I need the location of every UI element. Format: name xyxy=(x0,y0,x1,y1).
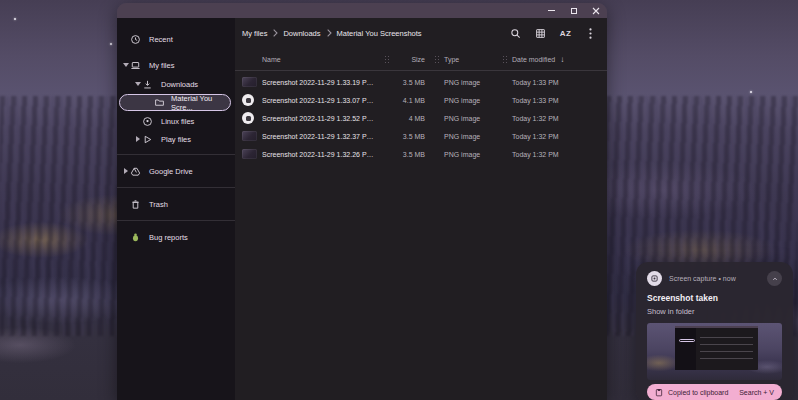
file-size: 4.1 MB xyxy=(385,97,435,104)
sidebar-item-label: Play files xyxy=(161,135,191,144)
trash-icon xyxy=(130,199,141,210)
star-dot xyxy=(14,18,16,20)
show-in-folder-link[interactable]: Show in folder xyxy=(647,307,782,316)
download-icon xyxy=(142,79,153,90)
sort-descending-arrow-icon: ↓ xyxy=(560,55,564,64)
search-icon[interactable] xyxy=(509,27,522,40)
file-size: 4 MB xyxy=(385,115,435,122)
table-row[interactable]: Screenshot 2022-11-29 1.32.37 PM.png 3.5… xyxy=(235,127,607,145)
column-header-size[interactable]: Size xyxy=(411,56,435,63)
more-options-kebab-icon[interactable] xyxy=(584,27,597,40)
expand-caret-icon[interactable] xyxy=(121,63,130,67)
file-type: PNG image xyxy=(435,79,503,86)
close-button[interactable] xyxy=(591,6,600,15)
table-row[interactable]: Screenshot 2022-11-29 1.32.52 PM.png 4 M… xyxy=(235,109,607,127)
column-header-type[interactable]: Type xyxy=(444,56,459,63)
sidebar-item-recent[interactable]: Recent xyxy=(117,28,235,50)
toast-shortcut: Search + V xyxy=(739,389,774,396)
sidebar-item-label: Bug reports xyxy=(149,233,188,242)
file-thumbnail-icon xyxy=(242,149,262,159)
folder-icon xyxy=(154,97,165,108)
star-dot xyxy=(110,43,112,45)
desktop: Recent My files Downloads xyxy=(0,0,798,400)
file-size: 3.5 MB xyxy=(385,133,435,140)
sidebar-item-material-you-screenshots-selected[interactable]: Material You Scre... xyxy=(119,94,231,111)
sidebar-item-downloads[interactable]: Downloads xyxy=(117,75,235,93)
file-type: PNG image xyxy=(435,133,503,140)
screenshot-thumbnail[interactable] xyxy=(647,323,782,380)
file-thumbnail-icon xyxy=(242,112,262,124)
grid-view-icon[interactable] xyxy=(534,27,547,40)
sidebar-item-play-files[interactable]: Play files xyxy=(117,130,235,148)
file-date-modified: Today 1:32 PM xyxy=(503,115,599,122)
file-type: PNG image xyxy=(435,115,503,122)
breadcrumb-downloads[interactable]: Downloads xyxy=(283,29,320,38)
file-name: Screenshot 2022-11-29 1.32.52 PM.png xyxy=(262,115,385,122)
screen-capture-app-icon xyxy=(647,271,662,286)
table-row[interactable]: Screenshot 2022-11-29 1.33.07 PM.png 4.1… xyxy=(235,91,607,109)
file-date-modified: Today 1:32 PM xyxy=(503,151,599,158)
file-name: Screenshot 2022-11-29 1.32.26 PM.png xyxy=(262,151,385,158)
sort-az-icon[interactable]: AZ xyxy=(559,27,572,40)
clock-icon xyxy=(130,34,141,45)
sidebar-item-label: Google Drive xyxy=(149,167,193,176)
thumbnail-mini-window xyxy=(675,326,757,369)
table-row[interactable]: Screenshot 2022-11-29 1.32.26 PM.png 3.5… xyxy=(235,145,607,163)
play-icon xyxy=(142,134,153,145)
sidebar-item-label: My files xyxy=(149,61,174,70)
file-list-pane: My files Downloads Material You Screensh… xyxy=(235,18,607,400)
column-header-date-modified[interactable]: Date modified xyxy=(512,56,555,63)
star-dot xyxy=(750,91,752,93)
column-resize-handle-icon[interactable] xyxy=(435,56,439,62)
toast-message: Copied to clipboard xyxy=(668,389,734,396)
copied-to-clipboard-toast[interactable]: Copied to clipboard Search + V xyxy=(647,384,782,400)
files-app-window: Recent My files Downloads xyxy=(117,3,607,400)
sidebar-divider xyxy=(117,154,235,155)
column-resize-handle-icon[interactable] xyxy=(385,56,389,62)
file-name: Screenshot 2022-11-29 1.33.07 PM.png xyxy=(262,97,385,104)
sidebar-divider xyxy=(117,220,235,221)
file-date-modified: Today 1:33 PM xyxy=(503,79,599,86)
sidebar-item-label: Recent xyxy=(149,35,173,44)
sidebar-item-bug-reports[interactable]: Bug reports xyxy=(117,227,235,247)
table-row[interactable]: Screenshot 2022-11-29 1.33.19 PM.png 3.5… xyxy=(235,73,607,91)
expand-caret-icon[interactable] xyxy=(133,82,142,86)
chevron-right-icon xyxy=(272,29,278,37)
minimize-button[interactable] xyxy=(547,6,556,15)
file-size: 3.5 MB xyxy=(385,79,435,86)
collapse-chevron-up-icon[interactable] xyxy=(767,271,782,286)
sidebar-item-google-drive[interactable]: Google Drive xyxy=(117,161,235,181)
file-date-modified: Today 1:32 PM xyxy=(503,133,599,140)
screenshot-notification[interactable]: Screen capture • now Screenshot taken Sh… xyxy=(636,262,793,400)
sidebar-item-label: Downloads xyxy=(161,80,198,89)
file-date-modified: Today 1:33 PM xyxy=(503,97,599,104)
file-size: 3.5 MB xyxy=(385,151,435,158)
toolbar: My files Downloads Material You Screensh… xyxy=(235,18,607,48)
sidebar-item-linux-files[interactable]: Linux files xyxy=(117,112,235,130)
breadcrumb: My files Downloads Material You Screensh… xyxy=(242,29,509,38)
sidebar-item-label: Linux files xyxy=(161,117,194,126)
column-resize-handle-icon[interactable] xyxy=(503,56,507,62)
notification-title: Screenshot taken xyxy=(647,293,782,303)
maximize-button[interactable] xyxy=(569,6,578,15)
file-thumbnail-icon xyxy=(242,77,262,87)
sidebar-item-label: Material You Scre... xyxy=(171,94,230,112)
table-header: Name Size Type Date modified ↓ xyxy=(235,48,607,70)
file-thumbnail-icon xyxy=(242,131,262,141)
chevron-right-icon xyxy=(326,29,332,37)
window-titlebar[interactable] xyxy=(117,3,607,18)
google-drive-icon xyxy=(130,166,141,177)
sidebar: Recent My files Downloads xyxy=(117,18,235,400)
expand-caret-icon[interactable] xyxy=(133,136,142,142)
file-type: PNG image xyxy=(435,151,503,158)
breadcrumb-my-files[interactable]: My files xyxy=(242,29,267,38)
file-name: Screenshot 2022-11-29 1.33.19 PM.png xyxy=(262,79,385,86)
sidebar-item-trash[interactable]: Trash xyxy=(117,194,235,214)
file-type: PNG image xyxy=(435,97,503,104)
notification-source-and-time: Screen capture • now xyxy=(669,275,760,282)
sidebar-item-my-files[interactable]: My files xyxy=(117,55,235,75)
laptop-icon xyxy=(130,60,141,71)
column-header-name[interactable]: Name xyxy=(262,56,385,63)
expand-caret-icon[interactable] xyxy=(121,168,130,174)
breadcrumb-material-you-screenshots[interactable]: Material You Screenshots xyxy=(337,29,422,38)
